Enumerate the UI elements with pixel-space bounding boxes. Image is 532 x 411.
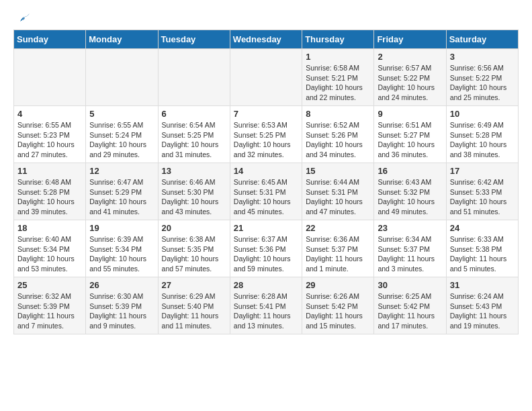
day-number: 18 xyxy=(17,223,82,233)
day-info: Sunrise: 6:47 AM Sunset: 5:29 PM Dayligh… xyxy=(89,177,154,217)
calendar-header-tuesday: Tuesday xyxy=(158,30,230,49)
calendar-cell: 9Sunrise: 6:51 AM Sunset: 5:27 PM Daylig… xyxy=(374,106,446,163)
calendar-header-friday: Friday xyxy=(374,30,446,49)
day-info: Sunrise: 6:24 AM Sunset: 5:43 PM Dayligh… xyxy=(450,291,515,331)
day-number: 13 xyxy=(162,166,226,176)
day-info: Sunrise: 6:42 AM Sunset: 5:33 PM Dayligh… xyxy=(450,177,515,217)
calendar-header-row: SundayMondayTuesdayWednesdayThursdayFrid… xyxy=(14,30,519,49)
day-info: Sunrise: 6:58 AM Sunset: 5:21 PM Dayligh… xyxy=(306,63,370,103)
calendar-cell: 2Sunrise: 6:57 AM Sunset: 5:22 PM Daylig… xyxy=(374,49,446,106)
calendar-week-row: 18Sunrise: 6:40 AM Sunset: 5:34 PM Dayli… xyxy=(14,220,519,277)
calendar-cell: 4Sunrise: 6:55 AM Sunset: 5:23 PM Daylig… xyxy=(14,106,86,163)
calendar-cell: 29Sunrise: 6:26 AM Sunset: 5:42 PM Dayli… xyxy=(302,277,374,334)
calendar-week-row: 1Sunrise: 6:58 AM Sunset: 5:21 PM Daylig… xyxy=(14,49,519,106)
day-number: 23 xyxy=(378,223,442,233)
day-number: 15 xyxy=(306,166,370,176)
day-info: Sunrise: 6:32 AM Sunset: 5:39 PM Dayligh… xyxy=(17,291,82,331)
day-number: 2 xyxy=(378,52,442,62)
day-number: 9 xyxy=(378,109,442,119)
calendar-cell: 30Sunrise: 6:25 AM Sunset: 5:42 PM Dayli… xyxy=(374,277,446,334)
calendar-header-thursday: Thursday xyxy=(302,30,374,49)
calendar-cell: 6Sunrise: 6:54 AM Sunset: 5:25 PM Daylig… xyxy=(158,106,230,163)
day-number: 29 xyxy=(306,280,370,290)
day-number: 14 xyxy=(234,166,298,176)
calendar-cell: 7Sunrise: 6:53 AM Sunset: 5:25 PM Daylig… xyxy=(230,106,302,163)
day-number: 25 xyxy=(17,280,82,290)
calendar-cell: 28Sunrise: 6:28 AM Sunset: 5:41 PM Dayli… xyxy=(230,277,302,334)
day-info: Sunrise: 6:56 AM Sunset: 5:22 PM Dayligh… xyxy=(450,63,515,103)
day-number: 5 xyxy=(89,109,154,119)
day-info: Sunrise: 6:49 AM Sunset: 5:28 PM Dayligh… xyxy=(450,120,515,160)
calendar-week-row: 11Sunrise: 6:48 AM Sunset: 5:28 PM Dayli… xyxy=(14,163,519,220)
day-info: Sunrise: 6:30 AM Sunset: 5:39 PM Dayligh… xyxy=(89,291,154,331)
day-info: Sunrise: 6:57 AM Sunset: 5:22 PM Dayligh… xyxy=(378,63,442,103)
calendar-cell: 19Sunrise: 6:39 AM Sunset: 5:34 PM Dayli… xyxy=(86,220,158,277)
calendar-cell: 18Sunrise: 6:40 AM Sunset: 5:34 PM Dayli… xyxy=(14,220,86,277)
calendar-table: SundayMondayTuesdayWednesdayThursdayFrid… xyxy=(13,30,519,334)
calendar-week-row: 4Sunrise: 6:55 AM Sunset: 5:23 PM Daylig… xyxy=(14,106,519,163)
day-number: 21 xyxy=(234,223,298,233)
calendar-cell: 27Sunrise: 6:29 AM Sunset: 5:40 PM Dayli… xyxy=(158,277,230,334)
day-number: 12 xyxy=(89,166,154,176)
calendar-cell: 14Sunrise: 6:45 AM Sunset: 5:31 PM Dayli… xyxy=(230,163,302,220)
day-info: Sunrise: 6:29 AM Sunset: 5:40 PM Dayligh… xyxy=(162,291,226,331)
day-info: Sunrise: 6:44 AM Sunset: 5:31 PM Dayligh… xyxy=(306,177,370,217)
day-number: 16 xyxy=(378,166,442,176)
day-number: 10 xyxy=(450,109,515,119)
calendar-cell: 15Sunrise: 6:44 AM Sunset: 5:31 PM Dayli… xyxy=(302,163,374,220)
day-info: Sunrise: 6:36 AM Sunset: 5:37 PM Dayligh… xyxy=(306,234,370,274)
day-info: Sunrise: 6:33 AM Sunset: 5:38 PM Dayligh… xyxy=(450,234,515,274)
calendar-cell: 16Sunrise: 6:43 AM Sunset: 5:32 PM Dayli… xyxy=(374,163,446,220)
day-info: Sunrise: 6:34 AM Sunset: 5:37 PM Dayligh… xyxy=(378,234,442,274)
logo xyxy=(13,13,30,24)
day-info: Sunrise: 6:45 AM Sunset: 5:31 PM Dayligh… xyxy=(234,177,298,217)
day-number: 4 xyxy=(17,109,82,119)
day-number: 7 xyxy=(234,109,298,119)
calendar-header-saturday: Saturday xyxy=(446,30,518,49)
day-number: 8 xyxy=(306,109,370,119)
calendar-header-monday: Monday xyxy=(86,30,158,49)
day-number: 30 xyxy=(378,280,442,290)
calendar-cell: 12Sunrise: 6:47 AM Sunset: 5:29 PM Dayli… xyxy=(86,163,158,220)
calendar-cell xyxy=(158,49,230,106)
calendar-cell: 5Sunrise: 6:55 AM Sunset: 5:24 PM Daylig… xyxy=(86,106,158,163)
calendar-cell: 24Sunrise: 6:33 AM Sunset: 5:38 PM Dayli… xyxy=(446,220,518,277)
calendar-cell: 25Sunrise: 6:32 AM Sunset: 5:39 PM Dayli… xyxy=(14,277,86,334)
day-number: 20 xyxy=(162,223,226,233)
day-number: 28 xyxy=(234,280,298,290)
calendar-cell: 23Sunrise: 6:34 AM Sunset: 5:37 PM Dayli… xyxy=(374,220,446,277)
calendar-cell: 22Sunrise: 6:36 AM Sunset: 5:37 PM Dayli… xyxy=(302,220,374,277)
day-number: 27 xyxy=(162,280,226,290)
day-info: Sunrise: 6:38 AM Sunset: 5:35 PM Dayligh… xyxy=(162,234,226,274)
calendar-cell: 1Sunrise: 6:58 AM Sunset: 5:21 PM Daylig… xyxy=(302,49,374,106)
day-info: Sunrise: 6:40 AM Sunset: 5:34 PM Dayligh… xyxy=(17,234,82,274)
day-number: 22 xyxy=(306,223,370,233)
day-info: Sunrise: 6:53 AM Sunset: 5:25 PM Dayligh… xyxy=(234,120,298,160)
day-info: Sunrise: 6:55 AM Sunset: 5:23 PM Dayligh… xyxy=(17,120,82,160)
calendar-cell: 13Sunrise: 6:46 AM Sunset: 5:30 PM Dayli… xyxy=(158,163,230,220)
logo-bird-icon xyxy=(15,13,30,27)
day-number: 26 xyxy=(89,280,154,290)
day-number: 19 xyxy=(89,223,154,233)
calendar-cell xyxy=(14,49,86,106)
day-number: 3 xyxy=(450,52,515,62)
calendar-week-row: 25Sunrise: 6:32 AM Sunset: 5:39 PM Dayli… xyxy=(14,277,519,334)
calendar-cell: 20Sunrise: 6:38 AM Sunset: 5:35 PM Dayli… xyxy=(158,220,230,277)
calendar-header-sunday: Sunday xyxy=(14,30,86,49)
calendar-cell: 8Sunrise: 6:52 AM Sunset: 5:26 PM Daylig… xyxy=(302,106,374,163)
day-info: Sunrise: 6:54 AM Sunset: 5:25 PM Dayligh… xyxy=(162,120,226,160)
calendar-header-wednesday: Wednesday xyxy=(230,30,302,49)
calendar-cell xyxy=(86,49,158,106)
day-info: Sunrise: 6:37 AM Sunset: 5:36 PM Dayligh… xyxy=(234,234,298,274)
day-number: 17 xyxy=(450,166,515,176)
day-number: 31 xyxy=(450,280,515,290)
day-info: Sunrise: 6:51 AM Sunset: 5:27 PM Dayligh… xyxy=(378,120,442,160)
day-number: 24 xyxy=(450,223,515,233)
header xyxy=(13,13,519,24)
calendar-cell: 11Sunrise: 6:48 AM Sunset: 5:28 PM Dayli… xyxy=(14,163,86,220)
day-info: Sunrise: 6:43 AM Sunset: 5:32 PM Dayligh… xyxy=(378,177,442,217)
day-info: Sunrise: 6:48 AM Sunset: 5:28 PM Dayligh… xyxy=(17,177,82,217)
calendar-cell: 17Sunrise: 6:42 AM Sunset: 5:33 PM Dayli… xyxy=(446,163,518,220)
calendar-cell: 31Sunrise: 6:24 AM Sunset: 5:43 PM Dayli… xyxy=(446,277,518,334)
calendar-cell: 26Sunrise: 6:30 AM Sunset: 5:39 PM Dayli… xyxy=(86,277,158,334)
